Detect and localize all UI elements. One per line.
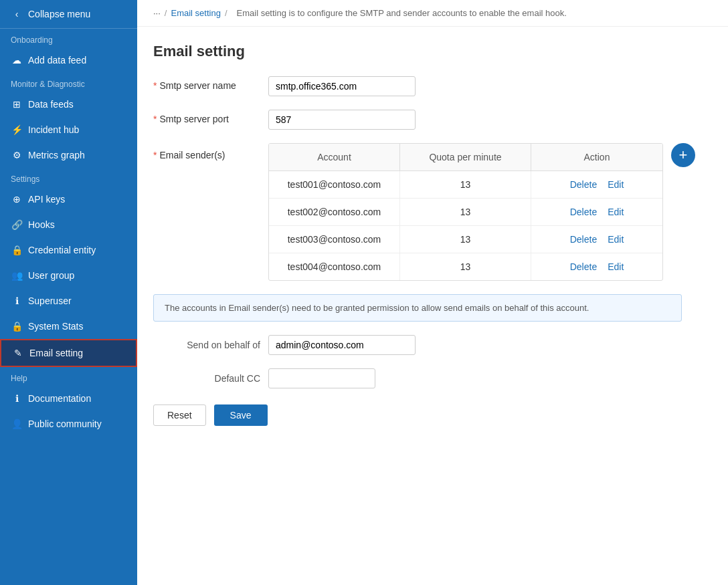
sidebar-item-documentation[interactable]: ℹ Documentation [0,386,137,411]
edit-link[interactable]: Edit [608,179,624,190]
info-message-box: The accounts in Email sender(s) need to … [153,294,682,322]
settings-section-label: Settings [0,168,137,187]
lock-icon: 🔒 [11,244,23,256]
delete-link[interactable]: Delete [570,261,597,272]
system-stats-icon: 🔒 [11,320,23,332]
email-setting-icon: ✎ [12,347,24,359]
delete-link[interactable]: Delete [570,207,597,217]
incident-icon: ⚡ [11,124,23,136]
send-behalf-input[interactable] [268,335,416,355]
sidebar-item-data-feeds[interactable]: ⊞ Data feeds [0,92,137,117]
smtp-server-name-input[interactable] [268,76,416,96]
doc-icon: ℹ [11,392,23,404]
email-senders-row: * Email sender(s) Account Quota per minu… [153,143,712,281]
info-icon: ℹ [11,295,23,307]
breadcrumb-dots: ··· [153,8,161,18]
sidebar-item-label: Email setting [29,348,83,358]
breadcrumb-email-setting[interactable]: Email setting [171,8,220,18]
breadcrumb: ··· / Email setting / Email setting is t… [137,0,728,27]
button-row: Reset Save [153,404,712,426]
cell-actions: Delete Edit [531,199,662,225]
table-header: Account Quota per minute Action [269,144,662,171]
default-cc-input[interactable] [268,368,375,388]
sidebar-item-email-setting[interactable]: ✎ Email setting [0,339,137,367]
smtp-server-name-row: * Smtp server name [153,76,712,96]
edit-link[interactable]: Edit [608,234,624,245]
smtp-server-name-label: * Smtp server name [153,76,260,91]
required-star-3: * [153,150,157,160]
send-behalf-label: Send on behalf of [153,340,260,350]
sidebar-item-user-group[interactable]: 👥 User group [0,263,137,288]
cell-quota: 13 [400,199,531,225]
col-quota: Quota per minute [400,144,531,170]
sidebar-item-incident-hub[interactable]: ⚡ Incident hub [0,117,137,142]
col-action: Action [531,144,662,170]
metrics-icon: ⚙ [11,149,23,161]
sidebar-item-label: Public community [28,419,102,429]
hooks-icon: 🔗 [11,219,23,231]
sidebar-item-public-community[interactable]: 👤 Public community [0,411,137,437]
delete-link[interactable]: Delete [570,234,597,245]
sidebar-item-metrics-graph[interactable]: ⚙ Metrics graph [0,142,137,168]
breadcrumb-description: Email setting is to configure the SMTP a… [237,8,567,18]
sidebar-item-label: System Stats [28,321,83,332]
sidebar-item-add-data-feed[interactable]: ☁ Add data feed [0,47,137,73]
help-section-label: Help [0,367,137,386]
chevron-left-icon: ‹ [11,8,23,20]
smtp-server-port-label: * Smtp server port [153,110,260,124]
table-body: test001@contoso.com 13 Delete Edit test0… [269,171,662,280]
collapse-menu-label: Collapse menu [28,9,90,19]
send-behalf-row: Send on behalf of [153,335,712,355]
cell-account: test002@contoso.com [269,199,400,225]
col-account: Account [269,144,400,170]
cell-actions: Delete Edit [531,226,662,253]
default-cc-label: Default CC [153,373,260,384]
sidebar-item-label: Metrics graph [28,150,85,160]
sidebar-item-label: Superuser [28,296,72,306]
breadcrumb-sep2: / [225,8,227,18]
page-title: Email setting [153,43,712,60]
api-keys-icon: ⊕ [11,193,23,205]
sidebar-item-credential-entity[interactable]: 🔒 Credential entity [0,237,137,263]
edit-link[interactable]: Edit [608,207,624,217]
info-message-text: The accounts in Email sender(s) need to … [165,303,589,313]
main-content: ··· / Email setting / Email setting is t… [137,0,728,585]
cell-actions: Delete Edit [531,171,662,198]
cell-quota: 13 [400,226,531,253]
sidebar-item-api-keys[interactable]: ⊕ API keys [0,187,137,212]
sidebar-item-label: User group [28,270,74,281]
email-senders-table: Account Quota per minute Action test001@… [268,143,663,281]
sidebar-item-label: Data feeds [28,99,74,110]
smtp-server-port-row: * Smtp server port [153,110,712,130]
table-row: test001@contoso.com 13 Delete Edit [269,171,662,199]
email-senders-label: * Email sender(s) [153,143,260,160]
cell-quota: 13 [400,171,531,198]
cell-account: test001@contoso.com [269,171,400,198]
sidebar-item-label: Add data feed [28,55,86,66]
reset-button[interactable]: Reset [153,404,206,426]
sidebar-item-label: API keys [28,194,65,205]
smtp-server-port-input[interactable] [268,110,416,130]
community-icon: 👤 [11,418,23,430]
default-cc-row: Default CC [153,368,712,388]
monitor-section-label: Monitor & Diagnostic [0,73,137,92]
breadcrumb-sep1: / [165,8,167,18]
table-row: test004@contoso.com 13 Delete Edit [269,253,662,280]
cell-account: test003@contoso.com [269,226,400,253]
cell-quota: 13 [400,253,531,280]
cell-account: test004@contoso.com [269,253,400,280]
required-star: * [153,80,157,91]
sidebar-item-hooks[interactable]: 🔗 Hooks [0,212,137,237]
collapse-menu-button[interactable]: ‹ Collapse menu [0,0,137,29]
edit-link[interactable]: Edit [608,261,624,272]
save-button[interactable]: Save [214,404,268,426]
add-sender-button[interactable]: + [671,143,695,167]
onboarding-section: Onboarding [0,29,137,47]
delete-link[interactable]: Delete [570,179,597,190]
sidebar-item-label: Hooks [28,219,55,230]
sidebar-item-label: Documentation [28,393,91,404]
sidebar-item-superuser[interactable]: ℹ Superuser [0,288,137,314]
cloud-icon: ☁ [11,54,23,66]
sidebar-item-system-stats[interactable]: 🔒 System Stats [0,314,137,339]
user-group-icon: 👥 [11,269,23,281]
